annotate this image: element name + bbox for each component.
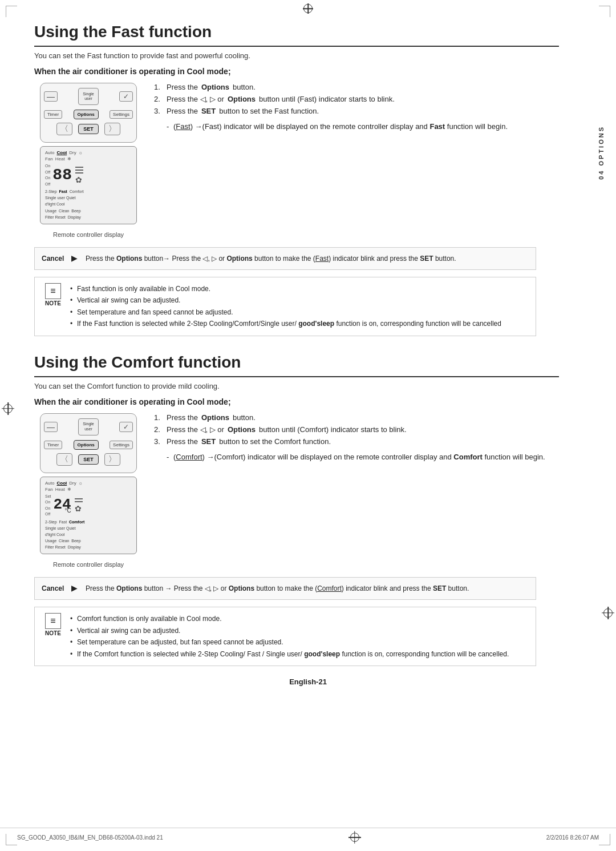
comfort-check-btn: ✓ bbox=[119, 422, 133, 432]
fast-left-arrow-btn: 〈 bbox=[56, 123, 72, 135]
page: 04 OPTIONS Using the Fast function You c… bbox=[0, 0, 616, 851]
comfort-note-icon-col: ≡ NOTE bbox=[42, 613, 64, 636]
fast-steps-list: Press the Options button. Press the ◁, ▷… bbox=[154, 83, 559, 115]
fast-cancel-wrapper: Cancel ▶ Press the Options button→ Press… bbox=[34, 247, 559, 336]
fast-step-2: Press the ◁, ▷ or Options button until (… bbox=[154, 95, 559, 103]
comfort-remote-top: — Singleuser ✓ bbox=[44, 418, 133, 435]
comfort-title: Using the Comfort function bbox=[34, 353, 559, 377]
fast-icon-line3 bbox=[75, 172, 83, 174]
comfort-cancel-label: Cancel bbox=[42, 583, 66, 592]
comfort-cancel-arrow-icon: ▶ bbox=[71, 583, 78, 592]
fast-set-btn: SET bbox=[78, 124, 99, 134]
comfort-note-text: Comfort function is only available in Co… bbox=[70, 613, 509, 660]
comfort-note-item-2: Vertical air swing can be adjusted. bbox=[70, 625, 509, 636]
comfort-icon-line2 bbox=[75, 501, 83, 502]
fast-step-1: Press the Options button. bbox=[154, 83, 559, 91]
fast-display-right-icons: ✿ bbox=[75, 167, 83, 184]
side-options-label: 04 OPTIONS bbox=[598, 126, 605, 180]
comfort-cancel-wrapper: Cancel ▶ Press the Options button → Pres… bbox=[34, 577, 559, 666]
fast-remote-row2: Timer Options Settings bbox=[44, 110, 133, 119]
comfort-step-2: Press the ◁, ▷ or Options button until (… bbox=[154, 425, 559, 434]
fast-display-mid: OnOffOnOff 88 ✿ bbox=[45, 163, 132, 187]
footer-reg-mark bbox=[350, 833, 359, 842]
comfort-mode-dry: Dry bbox=[69, 481, 76, 486]
comfort-note-item-3: Set temperature can be adjusted, but fan… bbox=[70, 636, 509, 648]
fast-note-text: Fast function is only available in Cool … bbox=[70, 283, 501, 330]
fast-remote-col: — Singleuser ✓ Timer Options Settings 〈 … bbox=[34, 83, 143, 238]
reg-mark-right bbox=[603, 608, 613, 618]
comfort-display-top: Auto Cool Dry ☼ bbox=[45, 481, 132, 486]
comfort-instructions-col: Press the Options button. Press the ◁, ▷… bbox=[154, 413, 559, 568]
fast-subsection: When the air conditioner is operating in… bbox=[34, 67, 559, 76]
corner-mark-tr bbox=[599, 6, 610, 17]
comfort-icon-line1 bbox=[75, 498, 83, 499]
comfort-options-btn: Options bbox=[74, 440, 99, 450]
comfort-single-user-btn: Singleuser bbox=[78, 418, 99, 435]
footer-filename: SG_GOOD_A3050_IB&IM_EN_DB68-05200A-03.in… bbox=[17, 834, 163, 841]
comfort-steps-list: Press the Options button. Press the ◁, ▷… bbox=[154, 413, 559, 446]
fast-cancel-box: Cancel ▶ Press the Options button→ Press… bbox=[34, 247, 536, 270]
comfort-display-bottom: 2-Step Fast Comfort Single user Quiet d'… bbox=[45, 519, 132, 551]
fast-subtitle: You can set the Fast function to provide… bbox=[34, 51, 559, 60]
comfort-remote-device: — Singleuser ✓ Timer Options Settings 〈 … bbox=[40, 413, 137, 473]
comfort-subsection: When the air conditioner is operating in… bbox=[34, 397, 559, 406]
fast-note-box: ≡ NOTE Fast function is only available i… bbox=[34, 277, 536, 336]
fast-note-list: Fast function is only available in Cool … bbox=[70, 283, 501, 330]
comfort-remote-row2: Timer Options Settings bbox=[44, 440, 133, 450]
comfort-step-3: Press the SET button to set the Comfort … bbox=[154, 437, 559, 446]
fast-timer-btn: Timer bbox=[44, 110, 62, 119]
fast-note-item-3: Set temperature and fan speed cannot be … bbox=[70, 306, 501, 318]
comfort-note-item-4: If the Comfort function is selected whil… bbox=[70, 648, 509, 660]
fast-remote-row3: 〈 SET 〉 bbox=[44, 123, 133, 135]
comfort-display-right-icons: ✿ bbox=[75, 498, 83, 513]
fast-display-panel: Auto Cool Dry ☼ Fan Heat ❄ OnOffOnOff bbox=[40, 146, 137, 224]
comfort-note-icon: ≡ bbox=[45, 613, 61, 629]
fast-note-icon: ≡ bbox=[45, 283, 61, 299]
comfort-cancel-box: Cancel ▶ Press the Options button → Pres… bbox=[34, 577, 536, 600]
fast-sub-bullet: (Fast) →(Fast) indicator will be display… bbox=[167, 122, 559, 131]
fast-mode-cool: Cool bbox=[56, 150, 67, 155]
footer-timestamp: 2/2/2016 8:26:07 AM bbox=[546, 834, 599, 841]
comfort-left-arrow-btn: 〈 bbox=[56, 453, 72, 466]
fast-icon-fan: ✿ bbox=[75, 175, 83, 184]
comfort-indicator: Comfort bbox=[69, 520, 84, 524]
comfort-note-box: ≡ NOTE Comfort function is only availabl… bbox=[34, 607, 536, 666]
comfort-note-list: Comfort function is only available in Co… bbox=[70, 613, 509, 660]
fast-single-user-btn: Singleuser bbox=[78, 88, 99, 105]
fast-content-area: — Singleuser ✓ Timer Options Settings 〈 … bbox=[34, 83, 559, 238]
fast-mode-heat: Heat bbox=[55, 156, 65, 162]
comfort-display-mid: SetOnOnOff 24 °C ✿ bbox=[45, 494, 132, 518]
fast-check-btn: ✓ bbox=[119, 91, 133, 102]
fast-remote-device: — Singleuser ✓ Timer Options Settings 〈 … bbox=[40, 83, 137, 143]
fast-mode-fan: Fan bbox=[45, 156, 53, 162]
reg-mark-left bbox=[3, 404, 13, 413]
fast-note-item-2: Vertical air swing can be adjusted. bbox=[70, 295, 501, 306]
fast-display-bottom: 2-Step Fast Comfort Single user Quiet d'… bbox=[45, 188, 132, 220]
fast-cancel-text: Press the Options button→ Press the ◁, ▷… bbox=[86, 253, 456, 264]
fast-title: Using the Fast function bbox=[34, 23, 559, 47]
comfort-note-item-1: Comfort function is only available in Co… bbox=[70, 613, 509, 624]
fast-display-snowflake: ❄ bbox=[67, 156, 71, 162]
comfort-degree-symbol: °C bbox=[65, 507, 71, 514]
fast-remote-caption: Remote controller display bbox=[53, 231, 124, 238]
fast-mode-dry: Dry bbox=[69, 150, 76, 155]
fast-mode-auto: Auto bbox=[45, 150, 54, 155]
comfort-mode-auto: Auto bbox=[45, 481, 54, 486]
reg-mark-top bbox=[303, 3, 313, 14]
comfort-set-btn: SET bbox=[78, 454, 99, 465]
comfort-mode-heat: Heat bbox=[55, 487, 65, 492]
comfort-remote-caption: Remote controller display bbox=[53, 561, 124, 568]
comfort-mode-cool: Cool bbox=[56, 481, 67, 486]
fast-display-labels: OnOffOnOff bbox=[45, 163, 50, 187]
comfort-section: Using the Comfort function You can set t… bbox=[34, 353, 582, 667]
comfort-timer-btn: Timer bbox=[44, 441, 62, 449]
comfort-remote-row3: 〈 SET 〉 bbox=[44, 453, 133, 466]
comfort-right-arrow-btn: 〉 bbox=[104, 453, 120, 466]
comfort-display-snowflake: ❄ bbox=[67, 487, 71, 492]
fast-note-label: NOTE bbox=[45, 300, 61, 306]
fast-cancel-label: Cancel bbox=[42, 253, 66, 263]
fast-step-3: Press the SET button to set the Fast fun… bbox=[154, 107, 559, 115]
comfort-note-label: NOTE bbox=[45, 630, 61, 636]
comfort-step-1: Press the Options button. bbox=[154, 413, 559, 422]
footer: SG_GOOD_A3050_IB&IM_EN_DB68-05200A-03.in… bbox=[0, 828, 616, 842]
